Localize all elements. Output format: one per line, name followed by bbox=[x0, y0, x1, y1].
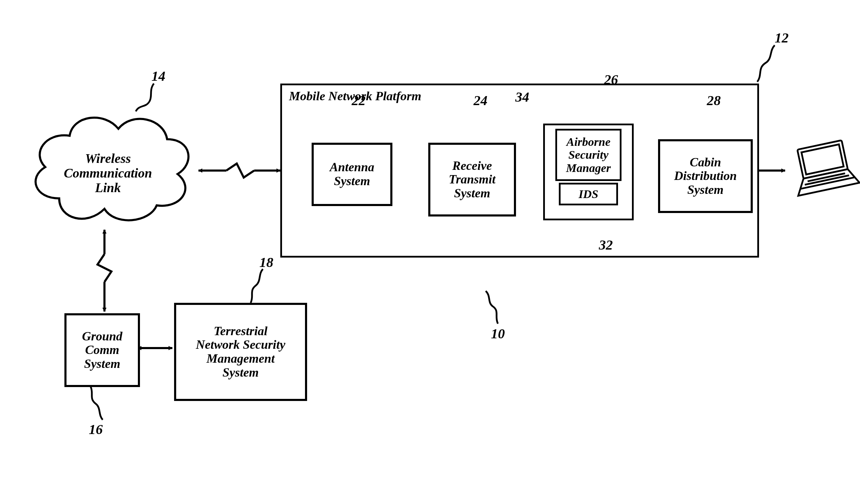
terrestrial-box: Terrestrial Network Security Management … bbox=[174, 303, 307, 401]
link-cloud-platform bbox=[198, 164, 280, 178]
receive-transmit-box: Receive Transmit System bbox=[428, 143, 516, 216]
ids-label: IDS bbox=[579, 188, 599, 200]
ref-16: 16 bbox=[89, 421, 103, 438]
antenna-system-box: Antenna System bbox=[312, 143, 392, 206]
link-cloud-ground bbox=[97, 230, 111, 312]
ground-line3: System bbox=[82, 357, 122, 371]
ref-24: 24 bbox=[474, 92, 487, 109]
cloud-label-line2: Communication bbox=[64, 166, 152, 180]
leader-18 bbox=[251, 269, 263, 303]
antenna-line1: Antenna bbox=[330, 160, 374, 174]
cloud-label-line1: Wireless bbox=[85, 151, 131, 166]
terrestrial-line4: System bbox=[196, 366, 286, 380]
terrestrial-line1: Terrestrial bbox=[196, 324, 286, 338]
leader-10 bbox=[486, 291, 498, 324]
ref-18: 18 bbox=[259, 254, 273, 270]
cabin-line2: Distribution bbox=[674, 169, 737, 183]
ref-34: 34 bbox=[515, 89, 529, 105]
ref-14: 14 bbox=[151, 68, 165, 84]
cabin-distribution-box: Cabin Distribution System bbox=[658, 139, 753, 213]
svg-line-7 bbox=[808, 173, 845, 181]
cloud-label: Wireless Communication Link bbox=[54, 151, 162, 195]
ref-22: 22 bbox=[352, 92, 366, 109]
cloud-label-line3: Link bbox=[95, 180, 121, 195]
asm-line1: Airborne bbox=[566, 135, 611, 148]
ids-box: IDS bbox=[559, 183, 618, 205]
cabin-line3: System bbox=[674, 183, 737, 197]
ref-10: 10 bbox=[491, 325, 505, 342]
svg-rect-4 bbox=[797, 140, 848, 179]
asm-line3: Manager bbox=[566, 162, 611, 174]
ref-12: 12 bbox=[775, 30, 789, 46]
antenna-line2: System bbox=[330, 174, 374, 188]
svg-line-6 bbox=[800, 177, 855, 189]
asm-title-box: Airborne Security Manager bbox=[555, 129, 621, 181]
leader-12 bbox=[757, 45, 775, 82]
cabin-line1: Cabin bbox=[674, 156, 737, 170]
ref-28: 28 bbox=[707, 92, 721, 109]
ref-32: 32 bbox=[599, 237, 613, 253]
ground-line1: Ground bbox=[82, 330, 122, 344]
terrestrial-line3: Management bbox=[196, 352, 286, 366]
terrestrial-line2: Network Security bbox=[196, 338, 286, 352]
rts-line2: Transmit bbox=[449, 173, 496, 187]
ground-comm-box: Ground Comm System bbox=[64, 313, 140, 387]
svg-line-8 bbox=[805, 175, 849, 185]
diagram-canvas: Wireless Communication Link Mobile Netwo… bbox=[0, 0, 860, 504]
ground-line2: Comm bbox=[82, 343, 122, 357]
laptop-icon bbox=[789, 139, 860, 196]
leader-14 bbox=[136, 84, 154, 111]
leader-16 bbox=[91, 386, 103, 420]
ref-26: 26 bbox=[604, 71, 618, 88]
svg-rect-5 bbox=[802, 144, 844, 174]
rts-line3: System bbox=[449, 187, 496, 200]
rts-line1: Receive bbox=[449, 159, 496, 173]
asm-line2: Security bbox=[566, 148, 611, 161]
